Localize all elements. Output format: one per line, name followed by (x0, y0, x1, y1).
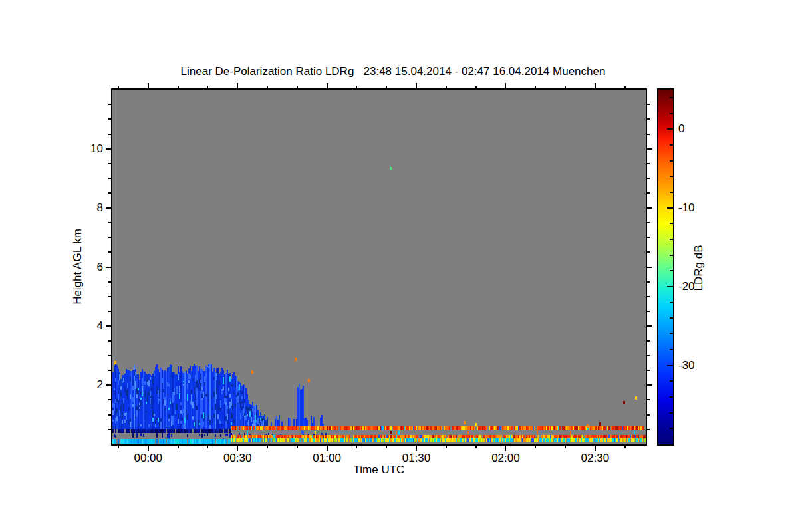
y-axis-tick (108, 163, 111, 164)
x-axis-tick (356, 446, 357, 448)
colorbar-tick (667, 207, 673, 209)
x-axis-tick-top (535, 86, 536, 88)
y-axis-tick (108, 251, 111, 253)
x-axis-tick (535, 446, 536, 448)
colorbar-minor-tick (670, 349, 673, 350)
colorbar-tick-label: -30 (678, 359, 718, 372)
heatmap-plot-area (111, 88, 647, 446)
colorbar-label: LDRg dB (692, 215, 706, 321)
y-axis-tick-right (647, 251, 650, 253)
colorbar-minor-tick (670, 396, 673, 398)
y-axis-tick (108, 118, 111, 120)
y-axis-tick-right (647, 355, 650, 356)
y-axis-tick-right (647, 384, 652, 386)
y-axis-tick-label: 2 (63, 378, 103, 392)
x-axis-tick-top (475, 86, 477, 88)
y-axis-tick (108, 237, 111, 238)
colorbar-minor-tick (670, 412, 673, 414)
y-axis-tick (106, 384, 111, 386)
x-axis-tick-top (148, 83, 149, 88)
colorbar (657, 88, 674, 446)
x-axis-tick-label: 01:00 (301, 452, 354, 465)
x-axis-tick-top (624, 86, 626, 88)
colorbar-minor-tick (670, 255, 673, 256)
x-axis-tick-label: 00:30 (211, 452, 264, 465)
colorbar-tick (667, 286, 673, 287)
y-axis-tick-right (647, 134, 650, 135)
colorbar-minor-tick (670, 113, 673, 114)
y-axis-tick-right (647, 414, 650, 416)
x-axis-tick (207, 446, 208, 448)
chart-title: Linear De-Polarization Ratio LDRg 23:48 … (112, 65, 674, 78)
x-axis-tick-label: 02:00 (479, 452, 532, 465)
colorbar-tick-label: -20 (678, 280, 718, 293)
x-axis-tick-top (565, 86, 566, 88)
colorbar-minor-tick (670, 144, 673, 146)
x-axis-tick-top (297, 86, 298, 88)
colorbar-minor-tick (670, 97, 673, 98)
x-axis-tick (327, 446, 328, 451)
x-axis-tick (505, 446, 506, 451)
x-axis-tick (118, 446, 119, 448)
colorbar-minor-tick (670, 270, 673, 271)
y-axis-tick-right (647, 399, 650, 400)
y-axis-tick-label: 8 (63, 201, 103, 215)
y-axis-tick-right (647, 118, 650, 120)
y-axis-tick (108, 134, 111, 135)
y-axis-tick-label: 10 (63, 142, 103, 156)
x-axis-tick (148, 446, 149, 451)
colorbar-minor-tick (670, 160, 673, 162)
y-axis-tick (108, 370, 111, 371)
colorbar-minor-tick (670, 428, 673, 429)
x-axis-tick-top (595, 83, 596, 88)
y-axis-tick-right (647, 311, 650, 312)
y-axis-tick-label: 6 (63, 261, 103, 274)
x-axis-tick (624, 446, 626, 448)
colorbar-tick-label: 0 (678, 122, 718, 136)
y-axis-tick (108, 399, 111, 400)
y-axis-tick (108, 429, 111, 430)
y-axis-tick (106, 207, 111, 209)
x-axis-tick-top (118, 86, 119, 88)
y-axis-tick (108, 104, 111, 105)
y-axis-tick-right (647, 325, 652, 327)
colorbar-minor-tick (670, 192, 673, 193)
y-axis-tick-right (647, 281, 650, 283)
y-axis-tick (108, 192, 111, 194)
y-axis-tick-right (647, 148, 652, 150)
colorbar-minor-tick (670, 223, 673, 224)
colorbar-minor-tick (670, 302, 673, 303)
y-axis-tick (108, 355, 111, 356)
x-axis-tick (178, 446, 179, 448)
x-axis-tick (297, 446, 298, 448)
y-axis-tick (106, 325, 111, 327)
x-axis-tick-top (446, 86, 447, 88)
x-axis-tick (595, 446, 596, 451)
x-axis-tick-label: 02:30 (569, 452, 622, 465)
y-axis-tick (108, 296, 111, 297)
y-axis-tick (106, 267, 111, 268)
y-axis-tick (108, 340, 111, 342)
x-axis-tick (565, 446, 566, 448)
y-axis-tick-right (647, 296, 650, 297)
x-axis-tick-top (178, 86, 179, 88)
x-axis-tick (237, 446, 238, 451)
y-axis-tick-right (647, 267, 652, 268)
x-axis-tick-top (386, 86, 387, 88)
y-axis-tick-right (647, 178, 650, 179)
x-axis-tick (475, 446, 477, 448)
x-axis-tick-top (356, 86, 357, 88)
x-axis-tick-top (505, 83, 506, 88)
x-axis-tick-top (327, 83, 328, 88)
y-axis-tick-right (647, 163, 650, 164)
x-axis-tick-label: 01:30 (390, 452, 443, 465)
y-axis-tick-right (647, 104, 650, 105)
y-axis-tick-label: 4 (63, 319, 103, 332)
y-axis-tick-right (647, 370, 650, 371)
x-axis-tick (446, 446, 447, 448)
colorbar-tick (667, 365, 673, 366)
x-axis-tick (386, 446, 387, 448)
x-axis-tick (416, 446, 417, 451)
colorbar-minor-tick (670, 380, 673, 382)
colorbar-tick-label: -10 (678, 201, 718, 215)
